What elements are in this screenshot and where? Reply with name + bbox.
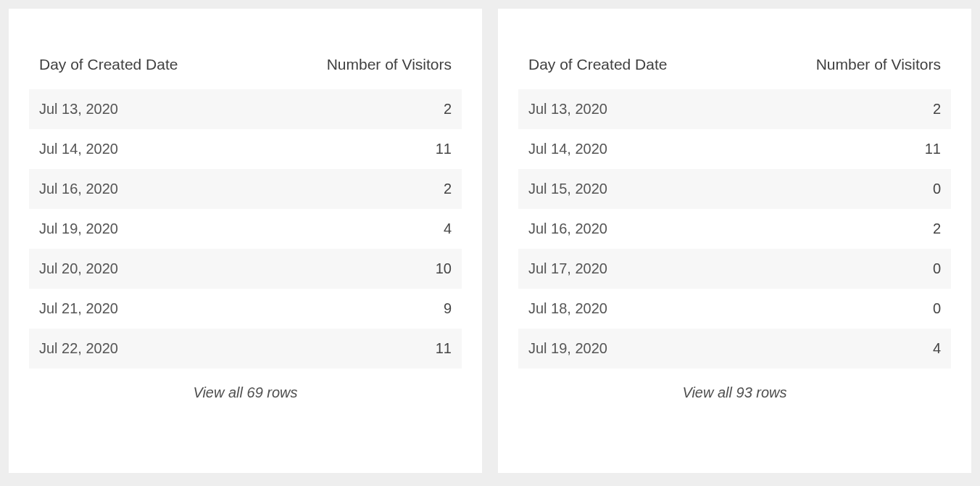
cell-visitors: 2	[255, 169, 462, 209]
table-row: Jul 13, 2020 2	[518, 89, 951, 129]
table-row: Jul 18, 2020 0	[518, 289, 951, 329]
cell-date: Jul 16, 2020	[518, 209, 744, 249]
cell-visitors: 9	[255, 289, 462, 329]
column-header-visitors: Number of Visitors	[255, 49, 462, 89]
cell-visitors: 2	[255, 89, 462, 129]
cell-visitors: 11	[255, 129, 462, 169]
cell-visitors: 2	[744, 89, 951, 129]
cell-visitors: 4	[255, 209, 462, 249]
cell-visitors: 0	[744, 169, 951, 209]
view-all-rows-link[interactable]: View all 69 rows	[29, 368, 462, 401]
column-header-visitors: Number of Visitors	[744, 49, 951, 89]
cell-visitors: 4	[744, 329, 951, 368]
cards-container: Day of Created Date Number of Visitors J…	[9, 9, 971, 473]
cell-visitors: 11	[744, 129, 951, 169]
table-row: Jul 13, 2020 2	[29, 89, 462, 129]
visitors-table-right: Day of Created Date Number of Visitors J…	[518, 49, 951, 368]
cell-date: Jul 21, 2020	[29, 289, 255, 329]
table-header-row: Day of Created Date Number of Visitors	[518, 49, 951, 89]
table-row: Jul 16, 2020 2	[518, 209, 951, 249]
cell-date: Jul 13, 2020	[518, 89, 744, 129]
table-row: Jul 14, 2020 11	[29, 129, 462, 169]
table-row: Jul 15, 2020 0	[518, 169, 951, 209]
table-row: Jul 14, 2020 11	[518, 129, 951, 169]
table-row: Jul 19, 2020 4	[518, 329, 951, 368]
view-all-rows-link[interactable]: View all 93 rows	[518, 368, 951, 401]
column-header-date: Day of Created Date	[29, 49, 255, 89]
cell-date: Jul 19, 2020	[518, 329, 744, 368]
cell-visitors: 11	[255, 329, 462, 368]
cell-date: Jul 15, 2020	[518, 169, 744, 209]
table-row: Jul 19, 2020 4	[29, 209, 462, 249]
table-row: Jul 22, 2020 11	[29, 329, 462, 368]
visitors-table-left: Day of Created Date Number of Visitors J…	[29, 49, 462, 368]
visitors-card-left: Day of Created Date Number of Visitors J…	[9, 9, 482, 473]
cell-visitors: 0	[744, 249, 951, 289]
table-row: Jul 16, 2020 2	[29, 169, 462, 209]
table-row: Jul 20, 2020 10	[29, 249, 462, 289]
cell-date: Jul 19, 2020	[29, 209, 255, 249]
cell-date: Jul 14, 2020	[518, 129, 744, 169]
table-header-row: Day of Created Date Number of Visitors	[29, 49, 462, 89]
table-row: Jul 17, 2020 0	[518, 249, 951, 289]
cell-date: Jul 20, 2020	[29, 249, 255, 289]
cell-date: Jul 17, 2020	[518, 249, 744, 289]
cell-visitors: 0	[744, 289, 951, 329]
cell-date: Jul 22, 2020	[29, 329, 255, 368]
cell-date: Jul 16, 2020	[29, 169, 255, 209]
table-row: Jul 21, 2020 9	[29, 289, 462, 329]
cell-date: Jul 18, 2020	[518, 289, 744, 329]
cell-visitors: 2	[744, 209, 951, 249]
visitors-card-right: Day of Created Date Number of Visitors J…	[498, 9, 971, 473]
cell-visitors: 10	[255, 249, 462, 289]
column-header-date: Day of Created Date	[518, 49, 744, 89]
cell-date: Jul 14, 2020	[29, 129, 255, 169]
cell-date: Jul 13, 2020	[29, 89, 255, 129]
